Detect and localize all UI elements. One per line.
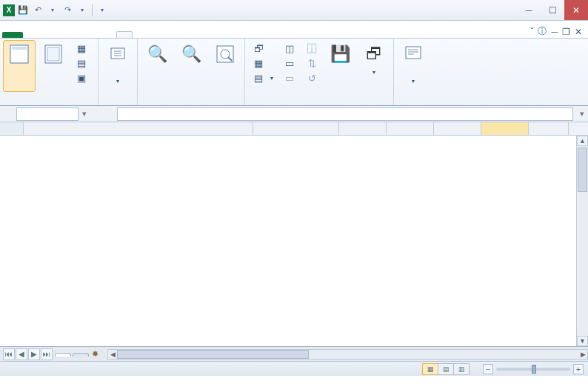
- quick-access-toolbar: 💾 ↶ ▾ ↷ ▾ ▾: [16, 4, 109, 17]
- formula-expand-icon[interactable]: ▾: [576, 109, 588, 119]
- split-icon: ◫: [284, 42, 295, 54]
- page-layout-icon: [42, 43, 64, 65]
- name-box-dropdown-icon[interactable]: ▾: [78, 109, 90, 119]
- redo-icon[interactable]: ↷: [61, 4, 74, 17]
- tab-view[interactable]: [116, 31, 133, 38]
- arrange-all-icon: ▦: [253, 57, 264, 69]
- ribbon-tabs: ˇ ⓘ ─ ❐ ✕: [0, 21, 588, 38]
- show-button[interactable]: ▾: [101, 40, 134, 92]
- svg-rect-3: [47, 47, 59, 61]
- col-C[interactable]: [339, 122, 387, 135]
- doc-restore-icon[interactable]: ❐: [562, 27, 570, 37]
- tab-review[interactable]: [101, 32, 116, 38]
- sheet-tab-details[interactable]: [73, 353, 89, 357]
- tab-home[interactable]: [27, 32, 42, 38]
- tab-addins[interactable]: [133, 32, 147, 38]
- status-page-layout-icon[interactable]: ▤: [438, 363, 454, 375]
- reset-icon: ↺: [306, 72, 318, 84]
- select-all-corner[interactable]: [0, 122, 24, 135]
- undo-icon[interactable]: ↶: [31, 4, 44, 17]
- status-page-break-icon[interactable]: ▥: [453, 363, 470, 375]
- new-window-button[interactable]: 🗗: [250, 42, 276, 55]
- tab-data[interactable]: [87, 32, 101, 38]
- name-box[interactable]: [16, 107, 78, 121]
- zoom-thumb[interactable]: [532, 365, 536, 374]
- new-sheet-icon[interactable]: ✸: [92, 349, 98, 359]
- save-icon[interactable]: 💾: [16, 4, 30, 17]
- last-sheet-icon[interactable]: ⏭: [41, 348, 53, 360]
- formula-input[interactable]: [117, 107, 573, 121]
- chevron-down-icon: ▾: [116, 78, 119, 85]
- save-workspace-icon: 💾: [329, 43, 351, 65]
- chevron-down-icon[interactable]: ▾: [46, 4, 59, 17]
- horizontal-scrollbar[interactable]: ◀ ▶: [107, 349, 588, 360]
- custom-views-button[interactable]: ▤: [73, 56, 93, 70]
- switch-windows-button[interactable]: 🗗 ▾: [358, 40, 390, 92]
- save-workspace-button[interactable]: 💾: [324, 40, 356, 92]
- arrange-all-button[interactable]: ▦: [250, 56, 276, 70]
- zoom-in-button[interactable]: +: [573, 364, 584, 374]
- hide-button[interactable]: ▭: [281, 56, 298, 70]
- prev-sheet-icon[interactable]: ◀: [16, 348, 27, 360]
- zoom-selection-icon: [214, 43, 236, 65]
- zoom-slider[interactable]: [496, 368, 570, 371]
- col-F[interactable]: [481, 122, 529, 135]
- sync-scroll-button[interactable]: ⇅: [303, 56, 321, 70]
- col-A[interactable]: [24, 122, 253, 135]
- status-normal-view-icon[interactable]: ▦: [422, 363, 438, 375]
- zoom-selection-button[interactable]: [209, 40, 241, 92]
- view-side-button[interactable]: ⿰: [303, 42, 321, 55]
- sheet-tab-active[interactable]: [55, 353, 71, 357]
- file-tab[interactable]: [2, 32, 23, 38]
- svg-rect-8: [406, 47, 421, 59]
- hscroll-thumb[interactable]: [117, 350, 309, 359]
- cell-grid[interactable]: ▲ ▼: [0, 136, 588, 346]
- svg-rect-1: [12, 47, 27, 50]
- chevron-down-icon: ▾: [270, 75, 273, 82]
- zoom-out-button[interactable]: −: [483, 364, 493, 374]
- first-sheet-icon[interactable]: ⏮: [3, 348, 15, 360]
- minimize-button[interactable]: ─: [517, 0, 541, 20]
- sheet-tab-bar: ⏮ ◀ ▶ ⏭ ✸ ◀ ▶: [0, 346, 588, 361]
- ribbon-minimize-icon[interactable]: ˇ: [530, 27, 533, 37]
- group-show-label: [101, 104, 134, 105]
- sync-icon: ⇅: [306, 57, 318, 69]
- freeze-panes-button[interactable]: ▤ ▾: [250, 71, 276, 85]
- close-button[interactable]: ✕: [564, 0, 588, 20]
- tab-insert[interactable]: [42, 32, 57, 38]
- doc-close-icon[interactable]: ✕: [575, 27, 582, 37]
- next-sheet-icon[interactable]: ▶: [28, 348, 40, 360]
- page-break-preview-button[interactable]: ▦: [73, 42, 93, 55]
- scroll-left-icon[interactable]: ◀: [108, 350, 117, 359]
- col-D[interactable]: [387, 122, 434, 135]
- reset-pos-button[interactable]: ↺: [303, 71, 321, 85]
- scroll-up-icon[interactable]: ▲: [577, 136, 588, 146]
- unhide-button[interactable]: ▭: [281, 71, 298, 85]
- unhide-icon: ▭: [284, 72, 295, 84]
- vscroll-thumb[interactable]: [578, 148, 587, 192]
- qat-customize-icon[interactable]: ▾: [96, 4, 109, 17]
- split-button[interactable]: ◫: [281, 42, 298, 55]
- zoom-button[interactable]: 🔍: [141, 40, 173, 92]
- col-E[interactable]: [434, 122, 481, 135]
- col-B[interactable]: [253, 122, 339, 135]
- show-icon: [107, 43, 129, 65]
- chevron-down-icon[interactable]: ▾: [76, 4, 89, 17]
- tab-page-layout[interactable]: [57, 32, 72, 38]
- tab-formulas[interactable]: [72, 32, 87, 38]
- doc-minimize-icon[interactable]: ─: [551, 27, 558, 37]
- page-layout-button[interactable]: [37, 40, 70, 92]
- normal-view-button[interactable]: [3, 40, 36, 92]
- excel-icon: X: [3, 4, 15, 16]
- scroll-right-icon[interactable]: ▶: [578, 350, 587, 359]
- title-bar: X 💾 ↶ ▾ ↷ ▾ ▾ ─ ☐ ✕: [0, 0, 588, 21]
- vertical-scrollbar[interactable]: ▲ ▼: [576, 136, 588, 346]
- group-zoom-label: [141, 104, 241, 105]
- zoom-100-button[interactable]: 🔍: [175, 40, 207, 92]
- maximize-button[interactable]: ☐: [541, 0, 564, 20]
- scroll-down-icon[interactable]: ▼: [577, 336, 588, 346]
- help-icon[interactable]: ⓘ: [538, 25, 547, 38]
- col-G[interactable]: [529, 122, 569, 135]
- macros-button[interactable]: ▾: [397, 40, 430, 92]
- full-screen-button[interactable]: ▣: [73, 71, 93, 85]
